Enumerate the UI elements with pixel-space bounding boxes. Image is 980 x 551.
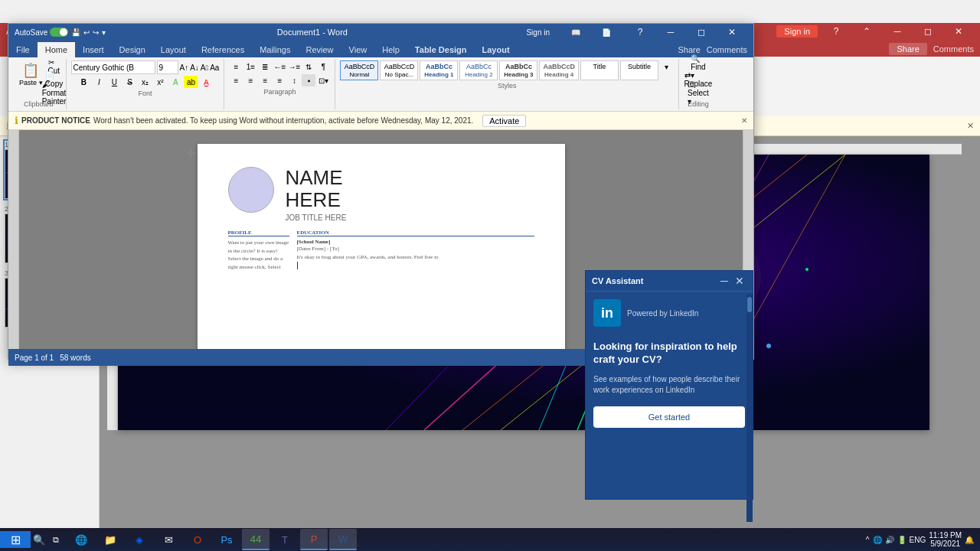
word-tab-table-design[interactable]: Table Design xyxy=(407,42,475,57)
word-tab-design[interactable]: Design xyxy=(112,42,153,57)
taskbar-app-game[interactable]: 44 xyxy=(242,529,270,550)
word-restore-btn[interactable]: ◻ xyxy=(686,24,717,41)
word-clear-format[interactable]: A⃝ xyxy=(201,64,208,72)
word-autosave-pill[interactable] xyxy=(50,28,68,37)
tray-lang[interactable]: ENG xyxy=(910,536,926,544)
word-multilevel-btn[interactable]: ≣ xyxy=(258,60,272,73)
cv-scrollbar[interactable] xyxy=(746,294,753,349)
word-font-shrink[interactable]: A↓ xyxy=(190,64,199,72)
word-style-heading1[interactable]: AaBbCcHeading 1 xyxy=(420,60,458,80)
word-share-button[interactable]: Share xyxy=(678,45,700,54)
word-shading-btn[interactable]: ▪ xyxy=(302,74,315,86)
word-bullets-btn[interactable]: ≡ xyxy=(229,60,243,73)
taskbar-app-word[interactable]: W xyxy=(329,529,357,550)
word-comments-button[interactable]: Comments xyxy=(707,45,747,54)
word-read-btn[interactable]: 📖 xyxy=(560,24,591,41)
ppt-signin-button[interactable]: Sign in xyxy=(776,25,818,37)
word-help-btn[interactable]: ? xyxy=(625,24,655,41)
word-save-icon[interactable]: 💾 xyxy=(71,28,80,37)
cv-minimize-btn[interactable]: ─ xyxy=(717,274,731,288)
tray-volume[interactable]: 🔊 xyxy=(885,536,894,544)
word-signin-button[interactable]: Sign in xyxy=(518,27,557,38)
word-italic-btn[interactable]: I xyxy=(92,76,106,88)
word-linespacing-btn[interactable]: ↕ xyxy=(287,74,301,86)
word-style-heading3[interactable]: AaBbCcHeading 3 xyxy=(499,60,537,80)
taskbar-app-edge[interactable]: 🌐 xyxy=(67,529,95,550)
word-style-subtitle[interactable]: Subtitle xyxy=(620,60,658,80)
tray-chevron[interactable]: ^ xyxy=(866,536,870,544)
word-show-marks[interactable]: ¶ xyxy=(316,60,330,73)
word-style-nospace[interactable]: AaBbCcDNo Spac... xyxy=(380,60,418,80)
word-style-title[interactable]: Title xyxy=(580,60,619,80)
ppt-ribbon-toggle[interactable]: ⌃ xyxy=(851,23,882,40)
word-bold-btn[interactable]: B xyxy=(77,76,90,88)
word-style-heading2[interactable]: AaBbCcHeading 2 xyxy=(459,60,498,80)
word-tab-home[interactable]: Home xyxy=(38,42,75,57)
word-sort-btn[interactable]: ⇅ xyxy=(302,60,315,73)
word-notify-close[interactable]: ✕ xyxy=(741,116,747,125)
word-undo-icon[interactable]: ↩ xyxy=(83,28,90,37)
taskbar-taskview[interactable]: ⧉ xyxy=(47,531,64,548)
taskbar-app-files[interactable]: 📁 xyxy=(96,529,124,550)
word-activate-button[interactable]: Activate xyxy=(482,115,526,127)
cv-close-btn[interactable]: ✕ xyxy=(733,274,746,288)
word-subscript-btn[interactable]: x₂ xyxy=(138,76,152,88)
word-tab-view[interactable]: View xyxy=(341,42,375,57)
taskbar-app-dropbox[interactable]: ◈ xyxy=(126,529,153,550)
ppt-share-button[interactable]: Share xyxy=(889,43,926,55)
word-indent-dec[interactable]: ←≡ xyxy=(273,60,286,73)
word-fontcolor-btn[interactable]: A̲ xyxy=(199,76,213,88)
ppt-help-btn[interactable]: ? xyxy=(821,23,851,40)
word-align-center[interactable]: ≡ xyxy=(243,74,257,86)
ppt-notify-close[interactable]: ✕ xyxy=(967,121,974,131)
tray-notification[interactable]: 🔔 xyxy=(965,536,974,544)
word-justify[interactable]: ≡ xyxy=(273,74,286,86)
word-tab-review[interactable]: Review xyxy=(299,42,341,57)
word-texteffects-btn[interactable]: A xyxy=(168,76,182,88)
word-style-heading4[interactable]: AaBbCcDHeading 4 xyxy=(539,60,579,80)
word-superscript-btn[interactable]: x² xyxy=(153,76,167,88)
word-numbering-btn[interactable]: 1≡ xyxy=(243,60,257,73)
word-font-size[interactable] xyxy=(157,60,178,74)
word-change-case[interactable]: Aa xyxy=(210,64,219,72)
ppt-restore-btn[interactable]: ◻ xyxy=(913,23,943,40)
word-font-selector[interactable] xyxy=(71,60,155,74)
ppt-comments-button[interactable]: Comments xyxy=(933,44,974,54)
word-print-btn[interactable]: 📄 xyxy=(591,24,622,41)
word-redo-icon[interactable]: ↪ xyxy=(93,28,99,37)
word-tab-references[interactable]: References xyxy=(194,42,252,57)
word-styles-more[interactable]: ▾ xyxy=(660,60,674,73)
ppt-minimize-btn[interactable]: ─ xyxy=(882,23,913,40)
word-tab-help[interactable]: Help xyxy=(374,42,407,57)
taskbar-app-mail[interactable]: ✉ xyxy=(155,529,182,550)
word-font-grow[interactable]: A↑ xyxy=(180,64,189,72)
word-underline-btn[interactable]: U xyxy=(107,76,121,88)
word-autosave-toggle[interactable]: AutoSave xyxy=(15,28,68,37)
ppt-close-btn[interactable]: ✕ xyxy=(943,23,974,40)
taskbar-app-powerpoint[interactable]: P xyxy=(300,529,328,550)
word-tab-file[interactable]: File xyxy=(8,42,38,57)
taskbar-app-photoshop[interactable]: Ps xyxy=(213,529,240,550)
word-strikethrough-btn[interactable]: S xyxy=(122,76,136,88)
word-tab-layout[interactable]: Layout xyxy=(153,42,194,57)
word-align-right[interactable]: ≡ xyxy=(258,74,272,86)
word-move-handle[interactable]: ✛ xyxy=(187,147,196,159)
word-more-qa[interactable]: ▾ xyxy=(102,28,106,37)
taskbar-app-office[interactable]: O xyxy=(184,529,211,550)
tray-battery[interactable]: 🔋 xyxy=(897,536,906,544)
word-borders-btn[interactable]: ⊡▾ xyxy=(316,74,330,86)
tray-network[interactable]: 🌐 xyxy=(873,536,882,544)
word-close-btn[interactable]: ✕ xyxy=(717,24,747,41)
word-tab-insert[interactable]: Insert xyxy=(75,42,112,57)
word-format-painter-btn[interactable]: 🖌 Format Painter xyxy=(47,86,61,99)
word-select-btn[interactable]: ☐ Select ▾ xyxy=(691,86,705,99)
word-style-normal[interactable]: AaBbCcDNormal xyxy=(340,60,378,80)
word-indent-inc[interactable]: →≡ xyxy=(287,60,301,73)
word-align-left[interactable]: ≡ xyxy=(229,74,243,86)
word-tab-mailings[interactable]: Mailings xyxy=(252,42,298,57)
taskbar-start[interactable]: ⊞ xyxy=(0,531,31,548)
taskbar-app-teams[interactable]: T xyxy=(271,529,299,550)
word-tab-layout-extra[interactable]: Layout xyxy=(475,42,518,57)
cv-scrollbar-thumb[interactable] xyxy=(747,297,752,312)
taskbar-search[interactable]: 🔍 xyxy=(31,531,47,548)
